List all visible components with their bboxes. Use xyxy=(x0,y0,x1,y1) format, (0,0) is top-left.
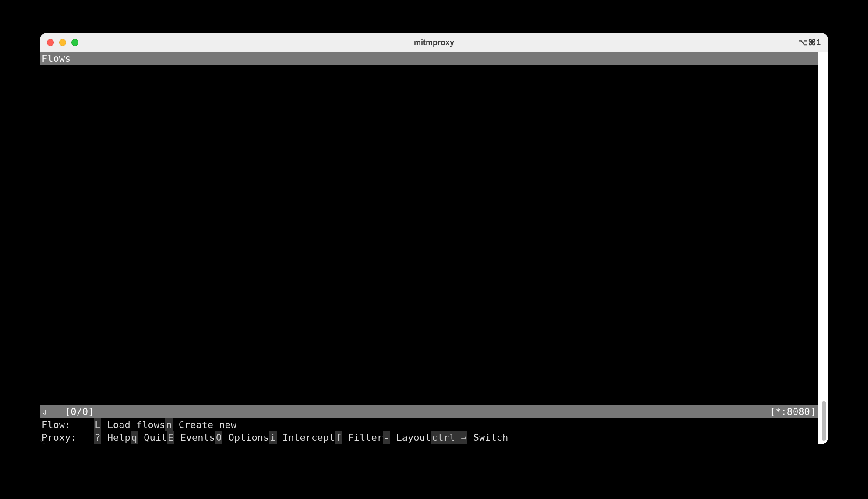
key-switch: ctrl → xyxy=(431,431,467,444)
cmd-label: Events xyxy=(180,431,215,444)
key-intercept: i xyxy=(269,431,276,444)
maximize-button[interactable] xyxy=(71,39,78,46)
cmd-label: Load flows xyxy=(107,418,165,432)
cmd-events[interactable]: EEvents xyxy=(167,431,215,444)
status-counter: [0/0] xyxy=(65,406,94,417)
key-options: O xyxy=(215,431,222,444)
cmd-label: Quit xyxy=(144,431,167,444)
window-controls xyxy=(47,39,78,46)
close-button[interactable] xyxy=(47,39,54,46)
status-bar: ⇩ [0/0] [*:8080] xyxy=(40,405,818,418)
flow-command-row: Flow:LLoad flows nCreate new xyxy=(40,418,818,432)
content-wrap: Flows ⇩ [0/0] [*:8080] Flow:LLoad flows … xyxy=(40,52,828,444)
cmd-label: Create new xyxy=(179,418,236,432)
key-events: E xyxy=(167,431,174,444)
flow-row-label: Flow: xyxy=(42,418,94,432)
flows-header: Flows xyxy=(40,52,818,65)
key-quit: q xyxy=(131,431,138,444)
cmd-label: Filter xyxy=(348,431,383,444)
flows-header-label: Flows xyxy=(42,53,71,64)
cmd-label: Intercept xyxy=(282,431,335,444)
key-help: ? xyxy=(94,431,101,444)
flows-list[interactable] xyxy=(40,65,818,405)
proxy-row-label: Proxy: xyxy=(42,431,94,444)
cmd-quit[interactable]: qQuit xyxy=(131,431,167,444)
scrollbar-gutter xyxy=(818,52,828,444)
cmd-label: Layout xyxy=(396,431,430,444)
window-shortcut-indicator: ⌥⌘1 xyxy=(798,38,821,47)
titlebar: mitmproxy ⌥⌘1 xyxy=(40,33,828,52)
key-layout: - xyxy=(383,431,390,444)
cmd-layout[interactable]: -Layout xyxy=(383,431,431,444)
status-left: ⇩ [0/0] xyxy=(42,405,94,418)
cmd-create-new[interactable]: nCreate new xyxy=(165,418,236,432)
cmd-help[interactable]: ?Help xyxy=(94,431,130,444)
cmd-intercept[interactable]: iIntercept xyxy=(269,431,335,444)
key-n: n xyxy=(165,418,173,432)
scrollbar-thumb[interactable] xyxy=(822,401,826,441)
proxy-command-row: Proxy:?Help qQuit EEvents OOptions iInte… xyxy=(40,431,818,444)
key-L: L xyxy=(94,418,101,432)
cmd-options[interactable]: OOptions xyxy=(215,431,269,444)
cmd-load-flows[interactable]: LLoad flows xyxy=(94,418,165,432)
status-listen: [*:8080] xyxy=(769,405,816,418)
key-filter: f xyxy=(335,431,342,444)
cmd-label: Help xyxy=(107,431,131,444)
status-arrow-icon: ⇩ xyxy=(42,406,47,417)
minimize-button[interactable] xyxy=(59,39,66,46)
cmd-label: Switch xyxy=(473,431,508,444)
cmd-label: Options xyxy=(229,431,269,444)
window-title: mitmproxy xyxy=(40,38,828,47)
terminal-area[interactable]: Flows ⇩ [0/0] [*:8080] Flow:LLoad flows … xyxy=(40,52,818,444)
cmd-filter[interactable]: fFilter xyxy=(335,431,383,444)
terminal-window: mitmproxy ⌥⌘1 Flows ⇩ [0/0] [*:8080] Flo… xyxy=(40,33,828,444)
cmd-switch[interactable]: ctrl →Switch xyxy=(431,431,508,444)
